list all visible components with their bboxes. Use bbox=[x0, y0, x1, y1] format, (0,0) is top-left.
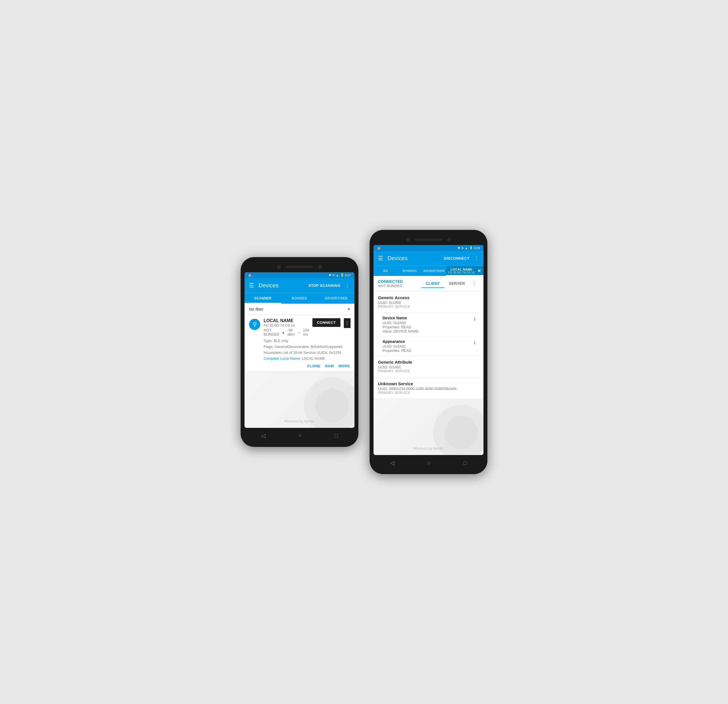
watermark-1: Wireless by Nordic bbox=[285, 419, 315, 423]
tab-local-name[interactable]: LOCAL NAME FE:35:6D:74:C6:10 ✕ bbox=[446, 266, 484, 276]
status-left-2: 🤖 bbox=[377, 246, 381, 250]
home-nav-2[interactable]: ○ bbox=[427, 460, 430, 466]
char-device-name: Device Name UUID: 0x2A00 Properties: REA… bbox=[374, 313, 484, 336]
status-bar-2: 🤖 ✱ ⊖ ▲ 🔋 6:08 bbox=[374, 245, 484, 251]
disconnect-button[interactable]: DISCONNECT bbox=[444, 256, 469, 260]
download-icon-device-name[interactable]: ⬇ bbox=[470, 316, 479, 323]
tab-er[interactable]: ER bbox=[374, 266, 398, 276]
more-button[interactable]: MORE bbox=[338, 364, 350, 368]
phone-2: 🤖 ✱ ⊖ ▲ 🔋 6:08 ☰ Devices DISCONNECT ⋮ ER… bbox=[370, 230, 487, 474]
phone-2-bottom-bar: ◁ ○ □ bbox=[374, 455, 484, 469]
status-bar-1: 🤖 ✱ ⊖ ▲ 🔋 6:07 bbox=[244, 272, 354, 278]
service-type-generic-attribute: PRIMARY SERVICE bbox=[378, 369, 479, 373]
phone-1-camera-2 bbox=[318, 265, 322, 269]
phone-2-screen: 🤖 ✱ ⊖ ▲ 🔋 6:08 ☰ Devices DISCONNECT ⋮ ER… bbox=[374, 245, 484, 455]
service-name-generic-access: Generic Access bbox=[378, 295, 479, 300]
rssi-icon: ▲ bbox=[282, 330, 285, 335]
phone-1-speaker bbox=[286, 266, 313, 268]
clone-button[interactable]: CLONE bbox=[307, 364, 321, 368]
char-properties-device-name: Properties: READ bbox=[383, 325, 470, 329]
menu-icon-1[interactable]: ☰ bbox=[247, 280, 256, 291]
tab-advertiser-2[interactable]: ADVERTISER bbox=[422, 266, 446, 276]
bluetooth-icon-1: ✱ bbox=[329, 273, 331, 277]
tab-bonded-1[interactable]: BONDED bbox=[281, 293, 318, 304]
local-name-tab-mac: FE:35:6D:74:C6:10 bbox=[448, 271, 475, 274]
connection-info: CONNECTED NOT BONDED bbox=[378, 279, 403, 288]
device-flags-value: GeneralDiscoverable, BrEdrNotSupported bbox=[274, 345, 342, 349]
char-properties-appearance: Properties: READ bbox=[383, 349, 470, 353]
connect-button[interactable]: CONNECT bbox=[312, 318, 341, 327]
device-name: LOCAL NAME bbox=[264, 318, 309, 323]
app-bar-1: ☰ Devices STOP SCANNING ⋮ bbox=[244, 278, 354, 293]
android-icon-2: 🤖 bbox=[377, 246, 381, 250]
not-bonded-label: NOT BONDED bbox=[378, 284, 403, 288]
local-name-tab-title: LOCAL NAME bbox=[448, 268, 475, 271]
char-device-name-info: Device Name UUID: 0x2A00 Properties: REA… bbox=[383, 316, 470, 333]
char-value-device-name: Value: DEVICE NAME bbox=[383, 329, 470, 333]
service-uuid-unknown: UUID: 00001234-0000-1000-8000-00805f9b34… bbox=[378, 387, 479, 391]
service-uuid-generic-attribute: UUID: 0x1801 bbox=[378, 365, 479, 369]
service-list: Generic Access UUID: 0x1800 PRIMARY SERV… bbox=[374, 291, 484, 399]
signal-icon-2: ⊖ bbox=[461, 246, 464, 250]
phone-1: 🤖 ✱ ⊖ ▲ 🔋 6:07 ☰ Devices STOP SCANNING ⋮… bbox=[241, 257, 358, 447]
wifi-icon-2: ▲ bbox=[465, 247, 468, 250]
interval-value: 104 ms bbox=[303, 328, 309, 336]
service-generic-attribute: Generic Attribute UUID: 0x1801 PRIMARY S… bbox=[374, 356, 484, 377]
char-appearance: Appearance UUID: 0x2A01 Properties: READ… bbox=[374, 336, 484, 356]
cs-more-icon[interactable]: ⋮ bbox=[469, 278, 479, 289]
connect-more-icon[interactable]: ⋮ bbox=[344, 318, 351, 328]
bt-symbol: ⚲ bbox=[253, 321, 257, 328]
tab-bonded-2[interactable]: BONDED bbox=[398, 266, 422, 276]
complete-name-value: LOCAL NAME bbox=[302, 356, 325, 361]
complete-name-label: Complete Local Name: bbox=[264, 356, 300, 361]
tabs-2: ER BONDED ADVERTISER LOCAL NAME FE:35:6D… bbox=[374, 265, 484, 276]
phone-2-speaker bbox=[415, 239, 442, 241]
more-icon-2[interactable]: ⋮ bbox=[472, 253, 481, 264]
home-nav-1[interactable]: ○ bbox=[298, 432, 302, 439]
device-flags: Flags: GeneralDiscoverable, BrEdrNotSupp… bbox=[264, 344, 350, 350]
recent-nav-1[interactable]: □ bbox=[335, 432, 338, 439]
back-nav-2[interactable]: ◁ bbox=[390, 460, 394, 466]
android-icon-1: 🤖 bbox=[248, 273, 252, 277]
service-name-generic-attribute: Generic Attribute bbox=[378, 360, 479, 365]
filter-dropdown-icon[interactable]: ▾ bbox=[348, 306, 350, 312]
tab-scanner[interactable]: SCANNER bbox=[244, 293, 281, 304]
device-type: Type: BLE only bbox=[264, 338, 350, 344]
app-title-2: Devices bbox=[387, 255, 442, 261]
download-icon-appearance[interactable]: ⬇ bbox=[470, 339, 479, 346]
tab-advertiser-1[interactable]: ADVERTISER bbox=[318, 293, 354, 304]
connected-status: CONNECTED NOT BONDED CLIENT SERVER ⋮ bbox=[374, 276, 484, 291]
menu-icon-2[interactable]: ☰ bbox=[376, 252, 385, 264]
tab-client[interactable]: CLIENT bbox=[421, 279, 445, 288]
watermark-2: Wireless by Nordic bbox=[413, 446, 443, 450]
device-type-value: BLE only bbox=[273, 339, 288, 343]
service-type-unknown: PRIMARY SERVICE bbox=[378, 391, 479, 395]
battery-icon-1: 🔋 bbox=[340, 273, 344, 277]
service-generic-access: Generic Access UUID: 0x1800 PRIMARY SERV… bbox=[374, 291, 484, 313]
char-name-device-name: Device Name bbox=[383, 316, 470, 320]
device-actions: CLONE RAW MORE bbox=[249, 364, 350, 368]
device-complete-name: Complete Local Name: LOCAL NAME bbox=[264, 356, 350, 362]
phone-2-camera-2 bbox=[447, 238, 451, 242]
phone-1-screen: 🤖 ✱ ⊖ ▲ 🔋 6:07 ☰ Devices STOP SCANNING ⋮… bbox=[244, 272, 354, 427]
device-meta: NOT BONDED ▲ -38 dBm ↔ 104 ms bbox=[264, 328, 309, 336]
device-card: ⚲ LOCAL NAME FE:35:6D:74:C6:10 NOT BONDE… bbox=[244, 315, 354, 371]
filter-text: No filter bbox=[249, 307, 348, 312]
device-header: ⚲ LOCAL NAME FE:35:6D:74:C6:10 NOT BONDE… bbox=[249, 318, 350, 336]
client-server-tabs: CLIENT SERVER ⋮ bbox=[407, 278, 479, 289]
raw-button[interactable]: RAW bbox=[325, 364, 334, 368]
back-nav-1[interactable]: ◁ bbox=[261, 432, 265, 439]
device-info: LOCAL NAME FE:35:6D:74:C6:10 NOT BONDED … bbox=[264, 318, 309, 336]
filter-bar[interactable]: No filter ▾ bbox=[244, 304, 354, 315]
close-tab-icon[interactable]: ✕ bbox=[477, 268, 481, 274]
service-uuid-generic-access: UUID: 0x1800 bbox=[378, 300, 479, 305]
rssi-value: -38 dBm bbox=[287, 328, 295, 336]
recent-nav-2[interactable]: □ bbox=[464, 460, 467, 466]
watermark-area-2: Wireless by Nordic bbox=[374, 399, 484, 455]
stop-scanning-button[interactable]: STOP SCANNING bbox=[309, 283, 341, 288]
tab-server[interactable]: SERVER bbox=[445, 279, 469, 288]
device-details: Type: BLE only Flags: GeneralDiscoverabl… bbox=[264, 338, 350, 361]
device-mac: FE:35:6D:74:C6:10 bbox=[264, 323, 309, 327]
status-left-1: 🤖 bbox=[248, 273, 252, 277]
more-icon-1[interactable]: ⋮ bbox=[343, 280, 352, 291]
